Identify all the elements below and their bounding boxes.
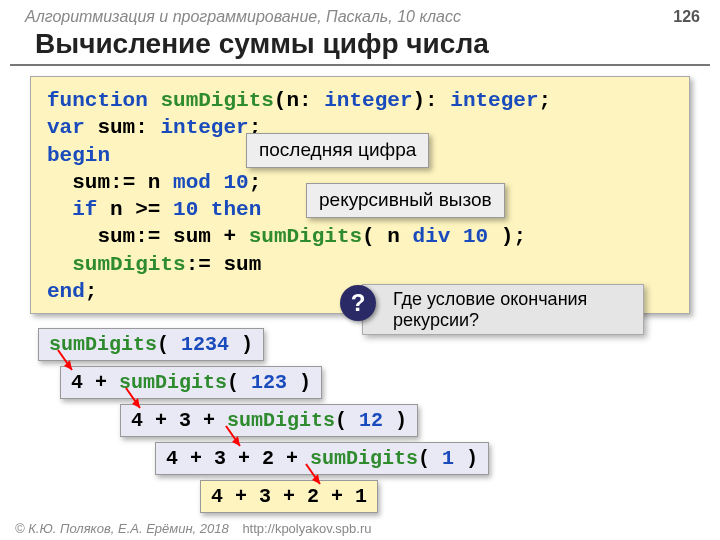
callout-last-digit: последняя цифра: [246, 133, 429, 168]
callout-recursive: рекурсивный вызов: [306, 183, 505, 218]
question-mark-icon: ?: [340, 285, 376, 321]
code-line-7: sumDigits:= sum: [47, 251, 673, 278]
arrow-3: [220, 426, 250, 456]
arrow-2: [120, 388, 150, 418]
page-number: 126: [673, 8, 700, 26]
arrow-4: [300, 464, 330, 494]
slide-header: Алгоритмизация и программирование, Паска…: [0, 0, 720, 28]
arrow-1: [52, 350, 82, 380]
course-label: Алгоритмизация и программирование, Паска…: [25, 8, 461, 26]
step-5: 4 + 3 + 2 + 1: [200, 480, 378, 513]
slide-title: Вычисление суммы цифр числа: [10, 28, 710, 66]
code-box: function sumDigits(n: integer): integer;…: [30, 76, 690, 314]
code-line-6: sum:= sum + sumDigits( n div 10 );: [47, 223, 673, 250]
footer: © К.Ю. Поляков, Е.А. Ерёмин, 2018 http:/…: [15, 521, 371, 536]
footer-url: http://kpolyakov.spb.ru: [242, 521, 371, 536]
recursion-steps: sumDigits( 1234 ) 4 + sumDigits( 123 ) 4…: [0, 328, 720, 528]
copyright: © К.Ю. Поляков, Е.А. Ерёмин, 2018: [15, 521, 229, 536]
code-line-1: function sumDigits(n: integer): integer;: [47, 87, 673, 114]
step-2: 4 + sumDigits( 123 ): [60, 366, 322, 399]
step-3: 4 + 3 + sumDigits( 12 ): [120, 404, 418, 437]
